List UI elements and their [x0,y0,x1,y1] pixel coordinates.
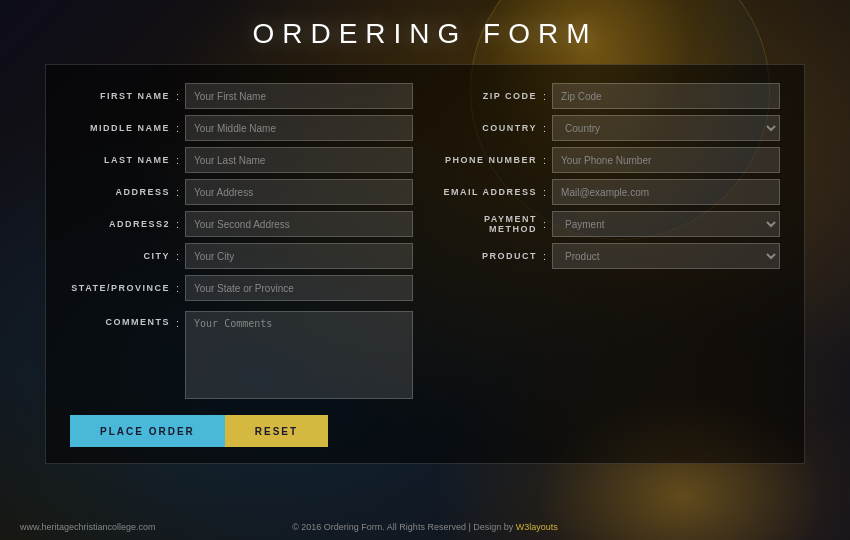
state-province-row: STATE/PROVINCE : [70,275,413,301]
last-name-row: LAST NAME : [70,147,413,173]
footer-center: © 2016 Ordering Form. All Rights Reserve… [292,522,558,532]
page-title: ORDERING FORM [252,18,597,50]
payment-method-row: PAYMENT METHOD : Payment Credit Card Pay… [437,211,780,237]
first-name-input[interactable] [185,83,413,109]
email-address-row: EMAIL ADDRESS : [437,179,780,205]
colon-comments: : [176,311,179,329]
city-label: CITY [70,251,170,261]
form-grid: FIRST NAME : MIDDLE NAME : LAST NAME : A… [70,83,780,447]
colon-r1: : [543,90,546,102]
product-label: PRODUCT [437,251,537,261]
country-label: COUNTRY [437,123,537,133]
colon-r5: : [543,218,546,230]
payment-method-select[interactable]: Payment Credit Card PayPal Bank Transfer [552,211,780,237]
reset-button[interactable]: RESET [225,415,328,447]
zip-code-row: ZIP CODE : [437,83,780,109]
state-province-input[interactable] [185,275,413,301]
colon-4: : [176,186,179,198]
last-name-input[interactable] [185,147,413,173]
colon-6: : [176,250,179,262]
address2-label: ADDRESS2 [70,219,170,229]
first-name-row: FIRST NAME : [70,83,413,109]
address2-input[interactable] [185,211,413,237]
footer-center-text: © 2016 Ordering Form. All Rights Reserve… [292,522,516,532]
payment-method-label: PAYMENT METHOD [437,214,537,234]
state-province-label: STATE/PROVINCE [70,283,170,293]
address-input[interactable] [185,179,413,205]
footer-left-text: www.heritagechristiancollege.com [20,522,156,532]
city-input[interactable] [185,243,413,269]
colon-r6: : [543,250,546,262]
middle-name-input[interactable] [185,115,413,141]
middle-name-label: MIDDLE NAME [70,123,170,133]
colon-r4: : [543,186,546,198]
email-address-input[interactable] [552,179,780,205]
phone-number-label: PHONE NUMBER [437,155,537,165]
middle-name-row: MIDDLE NAME : [70,115,413,141]
colon-5: : [176,218,179,230]
footer-left: www.heritagechristiancollege.com [20,522,156,532]
comments-label: COMMENTS [70,311,170,327]
product-row: PRODUCT : Product Product A Product B Pr… [437,243,780,269]
right-column: ZIP CODE : COUNTRY : Country United Stat… [437,83,780,447]
product-select[interactable]: Product Product A Product B Product C [552,243,780,269]
comments-input[interactable] [185,311,413,399]
zip-code-input[interactable] [552,83,780,109]
email-address-label: EMAIL ADDRESS [437,187,537,197]
first-name-label: FIRST NAME [70,91,170,101]
colon-r2: : [543,122,546,134]
country-select[interactable]: Country United States United Kingdom Can… [552,115,780,141]
footer-highlight: W3layouts [516,522,558,532]
place-order-button[interactable]: PLACE ORDER [70,415,225,447]
country-row: COUNTRY : Country United States United K… [437,115,780,141]
address2-row: ADDRESS2 : [70,211,413,237]
colon-r3: : [543,154,546,166]
address-label: ADDRESS [70,187,170,197]
address-row: ADDRESS : [70,179,413,205]
comments-row: COMMENTS : [70,311,413,399]
last-name-label: LAST NAME [70,155,170,165]
left-column: FIRST NAME : MIDDLE NAME : LAST NAME : A… [70,83,413,447]
colon-1: : [176,90,179,102]
colon-7: : [176,282,179,294]
page-content: ORDERING FORM FIRST NAME : MIDDLE NAME :… [0,0,850,540]
buttons-row: PLACE ORDER RESET [70,415,413,447]
colon-3: : [176,154,179,166]
zip-code-label: ZIP CODE [437,91,537,101]
phone-number-input[interactable] [552,147,780,173]
form-container: FIRST NAME : MIDDLE NAME : LAST NAME : A… [45,64,805,464]
phone-number-row: PHONE NUMBER : [437,147,780,173]
colon-2: : [176,122,179,134]
city-row: CITY : [70,243,413,269]
